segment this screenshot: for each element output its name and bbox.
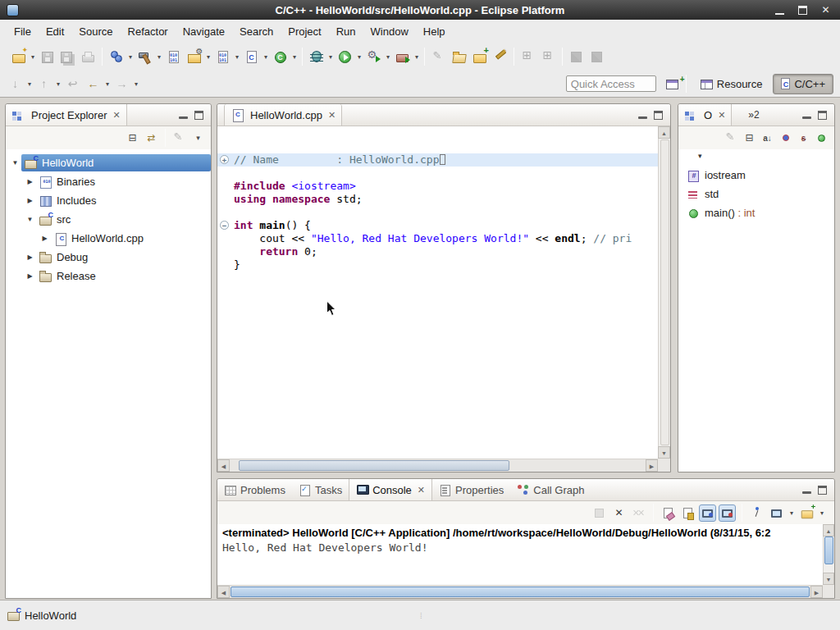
menu-search[interactable]: Search bbox=[232, 22, 281, 41]
pin-console-button[interactable] bbox=[748, 504, 765, 522]
collapse-all-button[interactable]: ⊟ bbox=[124, 130, 141, 147]
expand-arrow-icon[interactable]: ▼ bbox=[24, 216, 36, 223]
fold-collapse-icon[interactable]: − bbox=[220, 221, 229, 230]
build-config-dropdown[interactable]: ▾ bbox=[204, 47, 212, 66]
hide-static-button[interactable]: s bbox=[795, 130, 812, 147]
new-class-dropdown[interactable]: ▾ bbox=[262, 47, 270, 66]
focus-button[interactable] bbox=[171, 130, 188, 147]
remove-launch-button[interactable]: ✕ bbox=[610, 504, 628, 522]
next-annotation-dropdown[interactable]: ▾ bbox=[25, 74, 34, 94]
previous-annotation-button[interactable]: ↑ bbox=[34, 74, 53, 94]
close-icon[interactable]: ✕ bbox=[328, 111, 336, 120]
build-all-button[interactable] bbox=[164, 47, 183, 66]
outline-item-iostream[interactable]: iostream bbox=[678, 166, 834, 185]
link-with-editor-button[interactable]: ⇄ bbox=[143, 130, 160, 147]
editor-horizontal-scrollbar[interactable]: ◀ ▶ bbox=[217, 459, 658, 472]
sash-grip[interactable]: ⁞ bbox=[420, 612, 422, 620]
menu-source[interactable]: Source bbox=[71, 22, 120, 41]
minimize-editor-button[interactable] bbox=[635, 108, 651, 122]
mark-occurrences-button[interactable] bbox=[429, 47, 448, 66]
tree-item-helloworld-cpp[interactable]: ▶ HelloWorld.cpp bbox=[6, 229, 211, 248]
editor-vertical-scrollbar[interactable]: ▲ ▼ bbox=[658, 126, 670, 459]
back-button[interactable]: ← bbox=[84, 74, 103, 94]
tree-item-binaries[interactable]: ▶ Binaries bbox=[6, 172, 211, 191]
open-perspective-button[interactable] bbox=[663, 74, 682, 94]
minimize-view-button[interactable] bbox=[176, 108, 191, 122]
menu-refactor[interactable]: Refactor bbox=[121, 22, 176, 41]
maximize-view-button[interactable] bbox=[191, 108, 207, 122]
scroll-right-button[interactable]: ▶ bbox=[810, 586, 823, 598]
tab-problems[interactable]: Problems bbox=[217, 479, 292, 500]
show-stderr-button[interactable] bbox=[719, 504, 736, 522]
tab-tasks[interactable]: Tasks bbox=[292, 479, 349, 500]
maximize-view-button[interactable] bbox=[815, 483, 830, 497]
sort-button[interactable]: a↓ bbox=[759, 130, 776, 147]
scroll-down-button[interactable]: ▼ bbox=[658, 446, 670, 459]
view-menu-button[interactable]: ▾ bbox=[189, 130, 207, 147]
remove-all-terminated-button[interactable]: ✕✕ bbox=[630, 504, 647, 522]
new-cpp-project-button[interactable] bbox=[107, 47, 126, 66]
close-icon[interactable]: ✕ bbox=[418, 486, 425, 495]
format-button-2[interactable] bbox=[587, 47, 606, 66]
display-console-dropdown[interactable]: ▾ bbox=[788, 503, 796, 523]
scroll-up-button[interactable]: ▲ bbox=[658, 126, 670, 139]
grid-button-1[interactable] bbox=[518, 47, 537, 66]
expand-arrow-icon[interactable]: ▼ bbox=[9, 159, 21, 167]
collapse-all-button[interactable]: ⊟ bbox=[741, 130, 758, 147]
menu-navigate[interactable]: Navigate bbox=[176, 22, 232, 41]
menu-window[interactable]: Window bbox=[363, 22, 416, 41]
menu-file[interactable]: File bbox=[7, 22, 39, 41]
view-menu-button[interactable]: ▾ bbox=[698, 152, 702, 160]
build-button[interactable] bbox=[135, 47, 154, 66]
maximize-view-button[interactable] bbox=[815, 108, 830, 122]
expand-arrow-icon[interactable]: ▶ bbox=[24, 178, 36, 185]
tree-item-release[interactable]: ▶ Release bbox=[6, 267, 211, 285]
stacked-views-indicator[interactable]: »2 bbox=[748, 109, 759, 121]
expand-arrow-icon[interactable]: ▶ bbox=[24, 272, 36, 280]
scroll-up-button[interactable]: ▲ bbox=[823, 524, 834, 536]
tab-properties[interactable]: Properties bbox=[432, 479, 510, 500]
close-icon[interactable]: ✕ bbox=[112, 111, 120, 120]
run-button[interactable] bbox=[336, 47, 354, 66]
tab-project-explorer[interactable]: Project Explorer ✕ bbox=[6, 104, 127, 126]
quick-access-input[interactable] bbox=[566, 75, 656, 92]
code-editor[interactable]: +// Name : HelloWorld.cpp#include <iostr… bbox=[217, 149, 658, 459]
tree-item-includes[interactable]: ▶ Includes bbox=[6, 191, 211, 210]
search-wand-button[interactable] bbox=[491, 47, 509, 66]
tree-item-src[interactable]: ▼ src bbox=[6, 210, 211, 229]
format-button-1[interactable] bbox=[567, 47, 586, 66]
fold-expand-icon[interactable]: + bbox=[220, 155, 229, 164]
terminate-button[interactable] bbox=[591, 504, 608, 522]
expand-arrow-icon[interactable]: ▶ bbox=[24, 253, 36, 261]
show-stdout-button[interactable] bbox=[699, 504, 716, 522]
new-dropdown[interactable]: ▾ bbox=[29, 47, 37, 66]
scroll-left-button[interactable]: ◀ bbox=[217, 459, 230, 472]
window-close-button[interactable]: ✕ bbox=[819, 4, 832, 16]
save-all-button[interactable] bbox=[58, 47, 77, 66]
scroll-right-button[interactable]: ▶ bbox=[646, 459, 658, 472]
menu-edit[interactable]: Edit bbox=[39, 22, 71, 41]
debug-dropdown[interactable]: ▾ bbox=[326, 47, 335, 66]
run-c-app-button[interactable] bbox=[271, 47, 290, 66]
open-type-button[interactable] bbox=[450, 47, 468, 66]
outline-item-std[interactable]: std bbox=[678, 185, 834, 203]
next-annotation-button[interactable]: ↓ bbox=[6, 74, 25, 94]
tab-console[interactable]: Console ✕ bbox=[349, 479, 432, 500]
new-button[interactable] bbox=[9, 47, 28, 66]
minimize-view-button[interactable] bbox=[799, 483, 815, 497]
focus-button[interactable] bbox=[723, 130, 740, 147]
outline-item-main[interactable]: main() : int bbox=[678, 203, 834, 222]
last-edit-location-button[interactable]: ↩ bbox=[63, 74, 82, 94]
resource-perspective-button[interactable]: Resource bbox=[692, 74, 771, 94]
run-dropdown[interactable]: ▾ bbox=[355, 47, 363, 66]
run-external-button[interactable] bbox=[364, 47, 383, 66]
menu-run[interactable]: Run bbox=[329, 22, 363, 41]
profile-dropdown[interactable]: ▾ bbox=[233, 47, 241, 66]
grid-button-2[interactable] bbox=[539, 47, 558, 66]
open-resource-button[interactable] bbox=[470, 47, 489, 66]
hide-non-public-button[interactable] bbox=[813, 130, 830, 147]
maximize-editor-button[interactable] bbox=[651, 108, 666, 122]
open-console-dropdown[interactable]: ▾ bbox=[818, 503, 826, 523]
debug-button[interactable] bbox=[307, 47, 326, 66]
window-maximize-button[interactable] bbox=[797, 4, 809, 16]
